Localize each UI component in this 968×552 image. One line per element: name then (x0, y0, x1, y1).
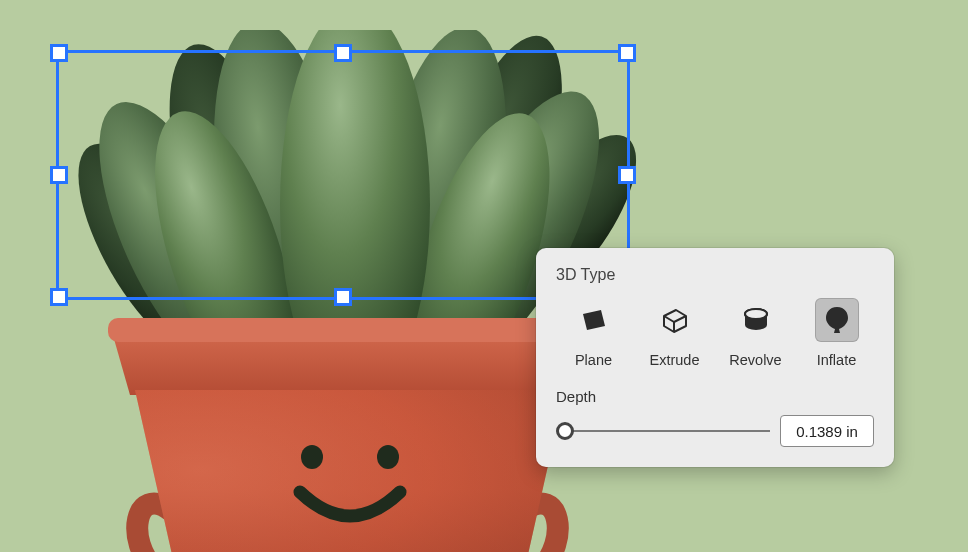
selection-handle-n[interactable] (334, 44, 352, 62)
3d-type-label: Extrude (650, 352, 700, 368)
3d-type-inflate-button[interactable]: Inflate (799, 298, 874, 368)
svg-point-10 (280, 30, 430, 405)
selection-handle-e[interactable] (618, 166, 636, 184)
design-canvas[interactable]: 3D Type Plane (0, 0, 968, 552)
depth-control-row (556, 415, 874, 447)
svg-point-7 (351, 30, 528, 373)
inflate-icon (823, 304, 851, 336)
depth-value-input[interactable] (780, 415, 874, 447)
selection-handle-sw[interactable] (50, 288, 68, 306)
svg-point-12 (301, 445, 323, 469)
revolve-icon (740, 305, 772, 335)
svg-rect-11 (108, 318, 592, 342)
svg-point-8 (126, 95, 323, 414)
svg-point-1 (145, 32, 314, 328)
svg-point-4 (67, 81, 293, 399)
3d-type-label: Plane (575, 352, 612, 368)
selection-handle-nw[interactable] (50, 44, 68, 62)
3d-type-label: Revolve (729, 352, 781, 368)
selection-handle-s[interactable] (334, 288, 352, 306)
3d-type-options-row: Plane Extrude (556, 298, 874, 368)
svg-point-6 (194, 30, 366, 377)
plane-icon (579, 305, 609, 335)
3d-type-revolve-button[interactable]: Revolve (718, 298, 793, 368)
selection-handle-w[interactable] (50, 166, 68, 184)
depth-slider-track (564, 430, 770, 432)
3d-type-label: Inflate (817, 352, 857, 368)
panel-3d-type: 3D Type Plane (536, 248, 894, 467)
svg-point-13 (377, 445, 399, 469)
selection-handle-ne[interactable] (618, 44, 636, 62)
panel-title: 3D Type (556, 266, 874, 284)
depth-slider-thumb[interactable] (556, 422, 574, 440)
3d-type-extrude-button[interactable]: Extrude (637, 298, 712, 368)
extrude-icon (659, 304, 691, 336)
depth-slider[interactable] (556, 422, 770, 440)
svg-point-0 (51, 124, 249, 377)
3d-type-plane-button[interactable]: Plane (556, 298, 631, 368)
depth-label: Depth (556, 388, 874, 405)
